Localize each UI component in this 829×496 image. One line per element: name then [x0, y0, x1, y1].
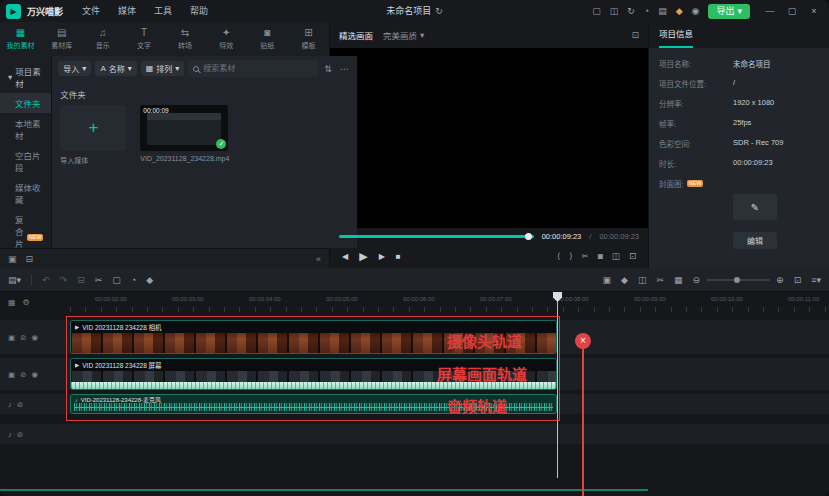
menu-tools[interactable]: 工具	[145, 0, 181, 22]
split-screen-icon[interactable]: ◫	[610, 0, 619, 22]
tab-stock[interactable]: ▤ 素材库	[41, 22, 82, 56]
workspace-layout-icon[interactable]: ▢	[592, 0, 601, 22]
redo-icon[interactable]: ↷	[60, 275, 68, 285]
speed-icon[interactable]: ◔	[131, 275, 136, 285]
sidebar-item-folder[interactable]: 文件夹	[0, 93, 51, 113]
ruler-scale[interactable]: 00:00:02:00 00:00:03:00 00:00:04:00 00:0…	[70, 292, 829, 312]
tab-effects[interactable]: ✦ 特效	[206, 22, 247, 56]
gear-icon[interactable]: ⚙	[23, 298, 30, 307]
new-folder-icon[interactable]: ▣	[8, 254, 17, 264]
sort-dropdown[interactable]: A 名称 ▾	[95, 61, 136, 76]
delete-icon[interactable]: ⊟	[26, 254, 34, 264]
mute-icon[interactable]: ⊘	[17, 430, 23, 439]
timeline-zoom-slider[interactable]	[706, 279, 770, 281]
tab-my-media[interactable]: ▦ 我的素材	[0, 22, 41, 56]
snapshot-icon[interactable]: ◙	[598, 251, 603, 261]
grid-icon[interactable]: ▦	[674, 275, 683, 285]
sidebar-item-media-favorites[interactable]: 媒体收藏	[0, 177, 51, 209]
media-clip-tile[interactable]: 00:00:09 ✓ VID_20231128_234228.mp4	[140, 105, 229, 165]
preview-video-area[interactable]	[330, 48, 648, 228]
import-button[interactable]: 导入 ▾	[58, 61, 91, 76]
close-button[interactable]: ×	[803, 0, 825, 22]
tab-text[interactable]: T 文字	[123, 22, 164, 56]
aspect-ratio-icon[interactable]: ⊡	[631, 30, 639, 40]
account-icon[interactable]: ◉	[692, 0, 700, 22]
marker-icon[interactable]: ◆	[146, 275, 153, 285]
panel-icon[interactable]: ▤	[658, 0, 667, 22]
zoom-slider-thumb[interactable]	[734, 277, 740, 283]
eye-icon[interactable]: ◉	[31, 333, 38, 342]
preview-panel: 精选画面 完美画质 ▾ ⊡ 00:00:09:23 / 00:00:09:23 …	[330, 22, 648, 268]
menu-file[interactable]: 文件	[73, 0, 109, 22]
sidebar-item-local-media[interactable]: 本地素材	[0, 113, 51, 145]
search-input[interactable]	[203, 64, 313, 73]
notification-icon[interactable]: ◔	[644, 0, 649, 22]
timeline-ruler[interactable]: ▦ ⚙ 00:00:02:00 00:00:03:00 00:00:04:00 …	[0, 292, 829, 312]
timeline-marker-icon[interactable]: ◆	[621, 275, 628, 285]
preview-tab[interactable]: 精选画面	[339, 29, 373, 41]
search-box	[188, 60, 318, 77]
minimize-button[interactable]: —	[759, 0, 781, 22]
sidebar-group-project-media[interactable]: ▾ 项目素材	[0, 61, 51, 93]
edit-button[interactable]: 编辑	[733, 232, 777, 249]
timeline-scrollbar[interactable]	[0, 489, 648, 491]
info-title-tab[interactable]: 项目信息	[659, 22, 693, 48]
split-icon[interactable]: ✂	[95, 275, 103, 285]
fit-timeline-icon[interactable]: ⊡	[794, 275, 802, 285]
import-media-tile[interactable]: + 导入媒体	[60, 105, 126, 165]
seek-knob[interactable]	[525, 233, 532, 240]
audio-mixer-icon[interactable]: ◫	[638, 275, 647, 285]
filmora-window: ▶ 万兴喵影 文件 媒体 工具 帮助 未命名项目 ↻ ▢ ◫ ↻ ◔ ▤ ◆ ◉…	[0, 0, 829, 496]
maximize-button[interactable]: ▢	[781, 0, 803, 22]
project-sync-icon[interactable]: ↻	[435, 0, 443, 22]
quality-dropdown[interactable]: 完美画质 ▾	[383, 29, 424, 41]
mute-icon[interactable]: ⊘	[17, 400, 23, 409]
previous-frame-button[interactable]: ◀	[342, 252, 348, 261]
menu-help[interactable]: 帮助	[181, 0, 217, 22]
seek-bar[interactable]	[339, 235, 534, 238]
split-icon[interactable]: ✂	[582, 251, 589, 261]
all-tracks-icon[interactable]: ▦	[8, 298, 16, 307]
cover-edit-button[interactable]: ✎	[733, 194, 777, 220]
trash-icon[interactable]: ⊟	[77, 275, 85, 285]
stop-button[interactable]: ■	[396, 252, 401, 261]
filter-icon[interactable]: ⇅	[322, 64, 334, 74]
menu-media[interactable]: 媒体	[109, 0, 145, 22]
scene-split-icon[interactable]: ✂	[657, 275, 665, 285]
info-row-cover: 封面图: NEW	[659, 178, 819, 189]
zoom-out-icon[interactable]: ⊖	[693, 275, 701, 285]
app-name: 万兴喵影	[27, 5, 63, 18]
grid-view-icon: ▦	[146, 64, 154, 73]
import-plus-icon[interactable]: +	[60, 105, 126, 151]
sync-icon[interactable]: ↻	[627, 0, 635, 22]
next-frame-button[interactable]: ▶	[379, 252, 385, 261]
compare-icon[interactable]: ◫	[612, 251, 620, 261]
track-manager-icon[interactable]: ▤▾	[8, 275, 21, 285]
track-height-icon[interactable]: ≡▾	[811, 275, 821, 285]
collapse-panel-icon[interactable]: «	[316, 254, 321, 264]
tab-transition[interactable]: ⇆ 转场	[165, 22, 206, 56]
mute-icon[interactable]: ⊘	[20, 333, 26, 342]
crop-icon[interactable]: ▢	[112, 275, 121, 285]
audio-track-icon: ♪	[8, 430, 12, 439]
track-header-video1: ▣ ⊘ ◉	[0, 320, 70, 354]
chevron-down-icon: ▾	[17, 275, 22, 285]
tab-templates[interactable]: ⊞ 模板	[288, 22, 329, 56]
sidebar-item-blank-clip[interactable]: 空白片段	[0, 145, 51, 177]
undo-icon[interactable]: ↶	[42, 275, 50, 285]
mute-icon[interactable]: ⊘	[20, 370, 26, 379]
export-button[interactable]: 导出 ▾	[708, 4, 750, 19]
view-mode-dropdown[interactable]: ▦ 排列 ▾	[141, 61, 185, 76]
vip-icon[interactable]: ◆	[676, 0, 683, 22]
render-preview-icon[interactable]: ▣	[603, 275, 612, 285]
mark-in-icon[interactable]: ⟨	[557, 251, 560, 261]
mark-out-icon[interactable]: ⟩	[569, 251, 572, 261]
more-icon[interactable]: ⋯	[338, 64, 351, 74]
tab-audio[interactable]: ♫ 音乐	[82, 22, 123, 56]
clip-thumbnail[interactable]: 00:00:09 ✓	[140, 105, 228, 151]
tab-stickers[interactable]: ◙ 贴纸	[247, 22, 288, 56]
eye-icon[interactable]: ◉	[31, 370, 38, 379]
zoom-in-icon[interactable]: ⊕	[776, 275, 784, 285]
fullscreen-icon[interactable]: ⊡	[629, 251, 636, 261]
play-button[interactable]: ▶	[359, 250, 367, 263]
